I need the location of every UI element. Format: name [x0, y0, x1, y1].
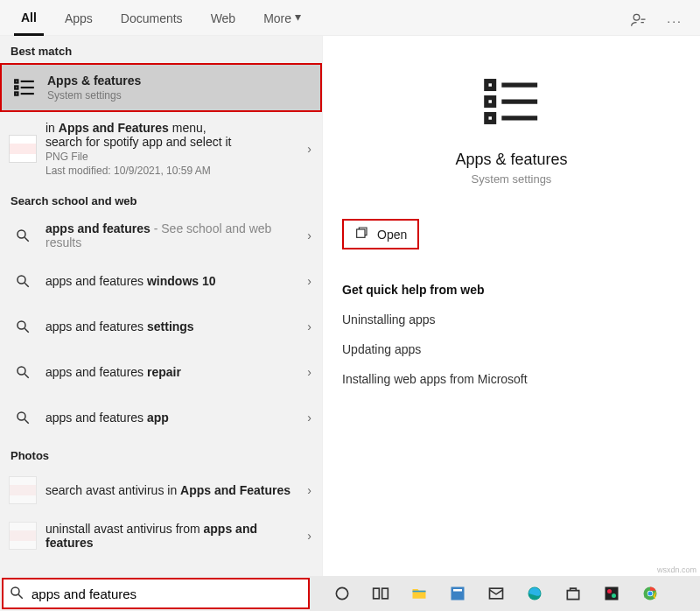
chrome-icon[interactable]: [639, 582, 662, 605]
preview-title: Apps & features: [342, 151, 681, 169]
svg-point-26: [336, 587, 347, 599]
svg-rect-23: [357, 229, 365, 237]
edge-icon[interactable]: [523, 582, 546, 605]
section-school-web: Search school and web: [0, 186, 322, 213]
tab-documents[interactable]: Documents: [114, 8, 190, 34]
svg-rect-30: [453, 589, 462, 592]
details-panel: Apps & features System settings Open Get…: [322, 36, 700, 577]
chevron-right-icon: ›: [304, 483, 315, 497]
svg-rect-27: [374, 588, 380, 599]
app-icon-orange[interactable]: [600, 582, 623, 605]
search-input[interactable]: [30, 586, 303, 602]
svg-point-0: [634, 14, 640, 20]
svg-rect-29: [452, 587, 465, 600]
web-result-0[interactable]: apps and features - See school and web r…: [0, 213, 322, 258]
svg-line-10: [24, 283, 29, 287]
search-icon: [9, 585, 24, 603]
file-explorer-icon[interactable]: [408, 582, 430, 605]
search-icon: [9, 221, 37, 249]
chevron-right-icon: ›: [304, 320, 315, 334]
svg-line-8: [24, 237, 29, 242]
photo-result-1[interactable]: uninstall avast antivirus from apps and …: [0, 513, 322, 558]
web-result-3[interactable]: apps and features repair ›: [0, 349, 322, 395]
chevron-right-icon: ›: [304, 228, 315, 242]
svg-line-16: [24, 419, 29, 424]
cortana-icon[interactable]: [331, 582, 354, 605]
section-best-match: Best match: [0, 36, 322, 63]
svg-rect-19: [486, 98, 494, 106]
app-icon-blue[interactable]: [446, 582, 469, 605]
settings-list-icon-large: [342, 71, 681, 135]
feedback-icon[interactable]: [630, 11, 648, 32]
tab-web[interactable]: Web: [204, 8, 243, 34]
task-view-icon[interactable]: [369, 582, 392, 605]
file-thumb-icon: [9, 522, 37, 550]
svg-line-12: [24, 328, 29, 333]
watermark: wsxdn.com: [657, 565, 696, 574]
svg-rect-17: [486, 81, 494, 89]
help-header: Get quick help from web: [342, 283, 681, 297]
help-link-install-web[interactable]: Installing web apps from Microsoft: [342, 372, 681, 386]
search-icon: [9, 313, 37, 341]
help-link-update[interactable]: Updating apps: [342, 342, 681, 356]
tab-all[interactable]: All: [14, 7, 44, 36]
svg-point-9: [18, 276, 25, 284]
svg-point-7: [18, 230, 25, 238]
svg-point-11: [18, 321, 25, 329]
filter-tabs: All Apps Documents Web More▾ ···: [0, 0, 700, 36]
svg-point-13: [18, 367, 25, 375]
svg-point-15: [18, 412, 25, 420]
svg-rect-5: [15, 92, 18, 95]
svg-point-24: [11, 587, 19, 595]
settings-list-icon: [10, 74, 38, 102]
search-icon: [9, 404, 37, 432]
open-icon: [354, 226, 368, 242]
mail-icon[interactable]: [485, 582, 508, 605]
web-result-1[interactable]: apps and features windows 10 ›: [0, 258, 322, 304]
svg-line-14: [24, 374, 29, 378]
best-match-result[interactable]: Apps & features System settings: [0, 63, 322, 112]
web-result-4[interactable]: apps and features app ›: [0, 395, 322, 440]
svg-rect-3: [15, 86, 18, 88]
svg-point-38: [648, 592, 653, 596]
chevron-right-icon: ›: [304, 365, 315, 379]
tab-more[interactable]: More▾: [256, 8, 308, 34]
chevron-right-icon: ›: [304, 142, 315, 156]
search-icon: [9, 358, 37, 386]
web-result-2[interactable]: apps and features settings ›: [0, 304, 322, 349]
more-options-icon[interactable]: ···: [667, 14, 682, 28]
search-box[interactable]: [2, 578, 310, 609]
svg-rect-28: [382, 588, 388, 599]
open-button[interactable]: Open: [342, 219, 419, 249]
svg-rect-1: [15, 80, 18, 82]
svg-line-25: [18, 594, 23, 599]
svg-rect-21: [486, 115, 494, 123]
chevron-right-icon: ›: [304, 411, 315, 425]
results-panel: Best match Apps & features System settin…: [0, 36, 322, 577]
help-link-uninstall[interactable]: Uninstalling apps: [342, 313, 681, 327]
tab-apps[interactable]: Apps: [58, 8, 100, 34]
file-thumb-icon: [9, 135, 37, 163]
taskbar: [310, 576, 700, 611]
preview-subtitle: System settings: [342, 172, 681, 186]
svg-point-34: [607, 589, 612, 593]
chevron-right-icon: ›: [304, 529, 315, 543]
chevron-right-icon: ›: [304, 274, 315, 288]
footer: [0, 576, 700, 611]
photo-result-0[interactable]: search avast antivirus in Apps and Featu…: [0, 467, 322, 513]
store-icon[interactable]: [562, 582, 584, 605]
file-result[interactable]: in Apps and Features menu, search for sp…: [0, 112, 322, 186]
search-icon: [9, 267, 37, 295]
svg-point-35: [612, 593, 616, 598]
file-thumb-icon: [9, 476, 37, 504]
section-photos: Photos: [0, 440, 322, 467]
svg-rect-33: [606, 587, 619, 600]
